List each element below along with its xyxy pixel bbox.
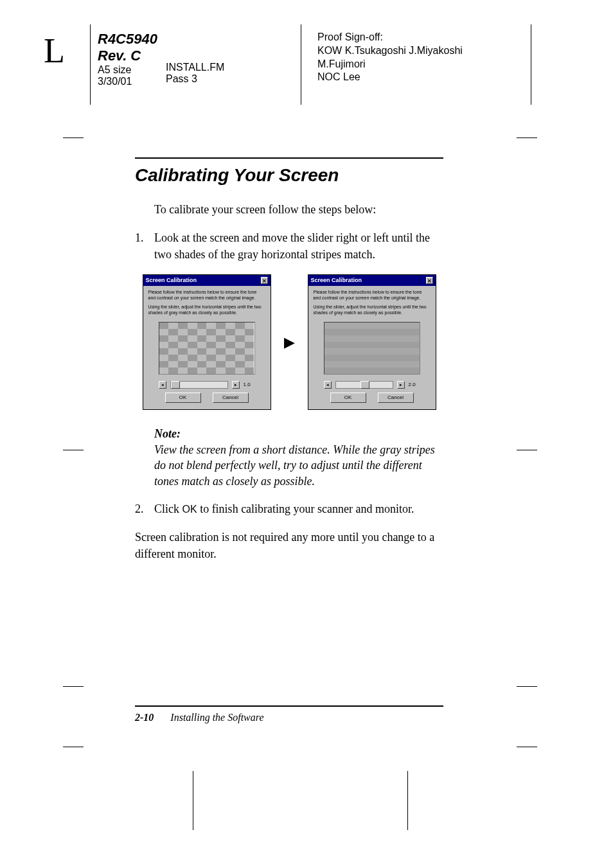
intro-text: To calibrate your screen follow the step… [154,201,443,218]
stripe-preview [324,322,420,375]
doc-id-block: R4C5940 Rev. C A5 size 3/30/01 [98,31,157,87]
crop-mark [193,771,193,830]
dialog-instruction: Please follow the instructions below to … [148,290,265,301]
close-icon[interactable]: ✕ [261,277,268,284]
header-divider [90,24,91,105]
closing-text: Screen calibration is not required any m… [135,529,443,562]
cancel-button[interactable]: Cancel [378,393,414,403]
slider-thumb[interactable] [171,381,180,389]
footer-rule [135,705,443,707]
slider-track[interactable] [335,381,393,389]
slider-right-icon[interactable]: ▸ [232,381,240,389]
cancel-button[interactable]: Cancel [213,393,249,403]
doc-size: A5 size [98,64,157,76]
slider-value: 1.0 [244,381,255,389]
ok-button[interactable]: OK [330,393,366,403]
ok-literal: OK [182,504,197,515]
note-block: Note: View the screen from a short dista… [154,425,443,489]
slider-left-icon[interactable]: ◂ [324,381,332,389]
crop-mark [517,747,537,747]
dialog-title-text: Screen Calibration [311,276,362,285]
stripe-preview [159,322,255,375]
crop-mark [63,137,84,138]
dialog-titlebar: Screen Calibration ✕ [308,275,436,286]
dialog-instruction: Please follow the instructions below to … [314,290,431,301]
header-divider [531,24,531,105]
slider-value: 2.0 [409,381,420,389]
proof-line: M.Fujimori [317,58,463,71]
header-divider [301,24,301,105]
crop-mark [517,686,537,687]
crop-mark [517,450,537,450]
slider-left-icon[interactable]: ◂ [159,381,166,389]
slider[interactable]: ◂ ▸ 1.0 [148,381,265,389]
crop-mark [63,450,84,450]
doc-file: INSTALL.FM [166,62,224,73]
page-footer: 2-10 Installing the Software [135,712,264,723]
slider-track[interactable] [170,381,228,389]
dialog-instruction: Using the slider, adjust the horizontal … [148,305,265,315]
section-rule [135,157,443,159]
step-text: Look at the screen and move the slider r… [154,229,443,263]
dialog-comparison: Screen Calibration ✕ Please follow the i… [135,274,443,410]
slider-right-icon[interactable]: ▸ [397,381,405,389]
doc-pass: Pass 3 [166,73,224,85]
calibration-dialog-before: Screen Calibration ✕ Please follow the i… [143,274,271,410]
note-body: View the screen from a short distance. W… [154,442,443,489]
step-text: Click OK to finish calibrating your scan… [154,500,443,517]
doc-date: 3/30/01 [98,76,157,87]
proof-signoff: Proof Sign-off: KOW K.Tsukagoshi J.Miyak… [317,31,463,84]
doc-revision: Rev. C [98,48,157,64]
proof-line: NOC Lee [317,71,463,84]
crop-mark [63,686,84,687]
calibration-dialog-after: Screen Calibration ✕ Please follow the i… [308,274,436,410]
dialog-title-text: Screen Calibration [146,276,197,285]
section-title: Calibrating Your Screen [135,165,443,186]
crop-mark [63,747,84,747]
step-number: 1. [135,229,154,263]
dialog-titlebar: Screen Calibration ✕ [143,275,271,286]
doc-file-block: INSTALL.FM Pass 3 [166,62,224,85]
slider-thumb[interactable] [360,381,369,389]
dialog-instruction: Using the slider, adjust the horizontal … [314,305,431,315]
crop-mark [517,137,537,138]
arrow-right-icon: ▶ [284,332,295,353]
proof-label: Proof Sign-off: [317,31,463,44]
chapter-name: Installing the Software [170,712,263,723]
step-number: 2. [135,500,154,517]
slider[interactable]: ◂ ▸ 2.0 [314,381,431,389]
doc-code: R4C5940 [98,31,157,48]
note-label: Note: [154,425,443,442]
proof-line: KOW K.Tsukagoshi J.Miyakoshi [317,44,463,58]
close-icon[interactable]: ✕ [426,277,433,284]
ok-button[interactable]: OK [165,393,201,403]
crop-mark [407,771,408,830]
side-letter: L [44,31,65,71]
page-number: 2-10 [135,712,154,723]
